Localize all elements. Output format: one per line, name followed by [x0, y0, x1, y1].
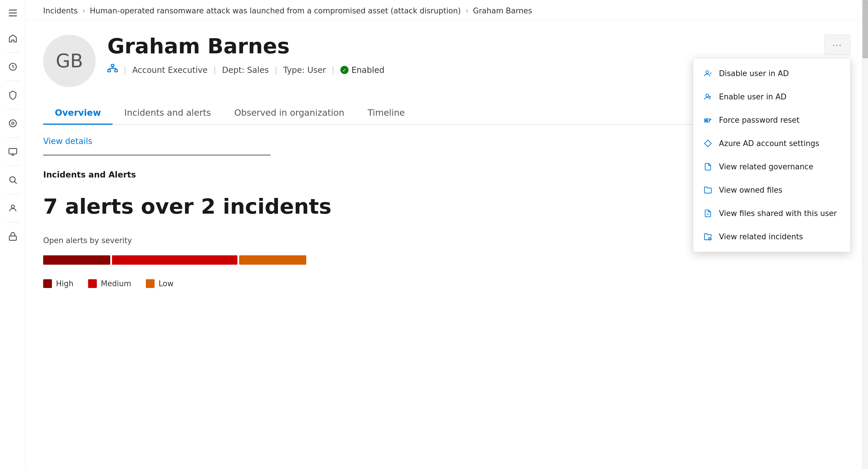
sidebar-item-vulnerability[interactable] — [2, 169, 23, 190]
scrollbar-thumb[interactable] — [863, 0, 868, 58]
dropdown-azure-ad-label: Azure AD account settings — [719, 139, 819, 148]
sidebar-item-home[interactable] — [2, 28, 23, 49]
avatar: GB — [43, 35, 96, 87]
svg-rect-24 — [115, 70, 118, 72]
tab-observed[interactable]: Observed in organization — [222, 102, 356, 125]
svg-rect-23 — [108, 70, 111, 72]
profile-status: Enabled — [351, 65, 384, 75]
sidebar — [0, 0, 26, 469]
tab-timeline[interactable]: Timeline — [356, 102, 416, 125]
dropdown-owned-files[interactable]: View owned files — [693, 178, 850, 202]
profile-name: Graham Barnes — [107, 35, 850, 58]
dropdown-owned-files-label: View owned files — [719, 186, 782, 194]
svg-marker-18 — [704, 140, 711, 146]
folder-clock-icon — [703, 231, 713, 242]
dropdown-enable-user-label: Enable user in AD — [719, 92, 786, 101]
sidebar-item-incidents[interactable] — [2, 113, 23, 134]
folder-icon — [703, 185, 713, 195]
legend-low: Low — [146, 279, 174, 288]
key-icon — [703, 115, 713, 125]
profile-type: Type: User — [283, 65, 326, 75]
sidebar-divider-6 — [5, 194, 20, 194]
dropdown-azure-ad[interactable]: Azure AD account settings — [693, 132, 850, 155]
dropdown-menu: Disable user in AD Enable user in AD For… — [693, 58, 850, 252]
legend-medium-label: Medium — [101, 279, 131, 288]
doc-icon — [703, 162, 713, 172]
status-badge: ✓ Enabled — [340, 65, 384, 75]
svg-point-1 — [9, 120, 16, 127]
sidebar-item-endpoint[interactable] — [2, 226, 23, 247]
profile-area: ··· Disable user in AD Enable user in AD — [26, 20, 868, 469]
bar-medium — [112, 255, 238, 265]
dropdown-shared-files[interactable]: View files shared with this user — [693, 202, 850, 225]
dropdown-force-password-label: Force password reset — [719, 116, 800, 125]
breadcrumb-incidents[interactable]: Incidents — [43, 6, 78, 15]
breadcrumb-sep-1: › — [82, 7, 85, 15]
dropdown-governance-label: View related governance — [719, 162, 813, 171]
severity-legend: High Medium Low — [43, 279, 850, 288]
sidebar-divider-7 — [5, 222, 20, 223]
meta-sep-3: | — [275, 65, 277, 75]
tab-incidents-alerts[interactable]: Incidents and alerts — [113, 102, 222, 125]
svg-rect-9 — [9, 236, 16, 240]
bar-high — [43, 255, 110, 265]
dropdown-force-password[interactable]: Force password reset — [693, 108, 850, 132]
sidebar-item-shield[interactable] — [2, 85, 23, 105]
diamond-icon — [703, 138, 713, 149]
sidebar-divider — [5, 53, 20, 53]
profile-role: Account Executive — [132, 65, 207, 75]
dropdown-disable-user-label: Disable user in AD — [719, 69, 789, 78]
dropdown-shared-files-label: View files shared with this user — [719, 209, 837, 218]
sidebar-divider-5 — [5, 166, 20, 166]
section-divider — [43, 155, 271, 155]
legend-low-dot — [146, 279, 155, 288]
dropdown-governance[interactable]: View related governance — [693, 155, 850, 178]
sidebar-item-devices[interactable] — [2, 141, 23, 162]
svg-point-6 — [10, 177, 15, 182]
svg-point-2 — [12, 122, 14, 125]
sidebar-divider-2 — [5, 81, 20, 81]
hamburger-menu[interactable] — [5, 5, 21, 21]
breadcrumb: Incidents › Human-operated ransomware at… — [26, 0, 868, 20]
sidebar-item-users[interactable] — [2, 198, 23, 219]
svg-rect-16 — [706, 120, 706, 121]
meta-sep-1: | — [124, 65, 126, 75]
meta-sep-4: | — [332, 65, 334, 75]
breadcrumb-user: Graham Barnes — [473, 6, 532, 15]
svg-line-7 — [14, 181, 17, 183]
legend-high: High — [43, 279, 73, 288]
legend-high-label: High — [56, 279, 73, 288]
legend-medium: Medium — [88, 279, 131, 288]
user-minus-icon — [703, 68, 713, 79]
share-doc-icon — [703, 208, 713, 219]
status-dot: ✓ — [340, 66, 348, 74]
svg-rect-22 — [112, 64, 114, 67]
dropdown-disable-user[interactable]: Disable user in AD — [693, 62, 850, 85]
bar-low — [239, 255, 306, 265]
breadcrumb-sep-2: › — [465, 7, 468, 15]
svg-point-10 — [706, 71, 709, 73]
severity-bars — [43, 255, 850, 265]
org-icon — [107, 64, 118, 76]
sidebar-divider-3 — [5, 109, 20, 109]
profile-dept: Dept: Sales — [222, 65, 269, 75]
svg-rect-17 — [707, 120, 708, 121]
legend-high-dot — [43, 279, 52, 288]
scrollbar[interactable] — [862, 0, 868, 469]
more-button[interactable]: ··· — [824, 35, 850, 55]
meta-sep-2: | — [214, 65, 216, 75]
legend-medium-dot — [88, 279, 97, 288]
svg-rect-3 — [9, 148, 17, 154]
user-plus-icon — [703, 92, 713, 102]
svg-point-8 — [11, 205, 14, 208]
dropdown-related-incidents[interactable]: View related incidents — [693, 225, 850, 248]
legend-low-label: Low — [159, 279, 174, 288]
sidebar-divider-4 — [5, 137, 20, 138]
dropdown-enable-user[interactable]: Enable user in AD — [693, 85, 850, 108]
svg-point-12 — [706, 94, 709, 97]
sidebar-item-recent[interactable] — [2, 56, 23, 77]
breadcrumb-incident[interactable]: Human-operated ransomware attack was lau… — [90, 6, 461, 15]
dropdown-related-incidents-label: View related incidents — [719, 232, 803, 241]
main-content: Incidents › Human-operated ransomware at… — [26, 0, 868, 469]
tab-overview[interactable]: Overview — [43, 102, 113, 125]
